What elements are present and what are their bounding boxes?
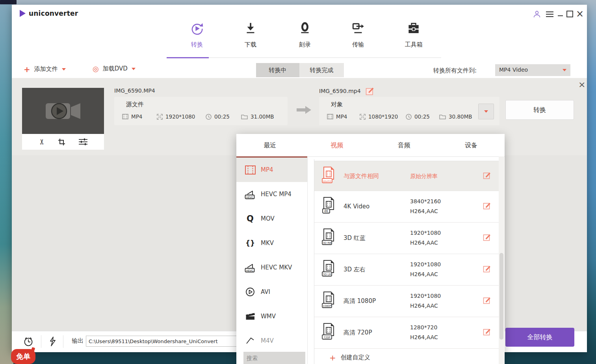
folder-icon [241, 114, 248, 119]
trim-icon[interactable]: ✂ [37, 139, 46, 145]
schedule-icon[interactable] [23, 336, 34, 347]
format-item-mp4[interactable]: MP4 [236, 158, 307, 182]
crop-icon[interactable] [58, 138, 65, 146]
format-picker-button[interactable] [478, 104, 494, 119]
format-item-hevc-mkv[interactable]: HEVC HEVC MKV [236, 255, 307, 280]
film-icon [122, 114, 128, 119]
preset-edit-icon[interactable] [483, 233, 491, 243]
preset-resolution: 原始分辨率 [410, 171, 438, 181]
tab-toolbox[interactable]: 工具箱 [395, 21, 433, 48]
divider [63, 335, 63, 348]
svg-text:HEVC: HEVC [246, 269, 253, 272]
popup-tab-recent[interactable]: 最近 [236, 134, 303, 156]
preset-resolution: 1280*720 [410, 324, 437, 331]
tab-convert[interactable]: 转换 [178, 21, 216, 48]
divider [41, 335, 41, 348]
preset-3d-anaglyph[interactable]: 3D RB 3D 红蓝 1920*1080H264,AAC [314, 222, 499, 254]
format-item-label: HEVC MP4 [261, 191, 292, 198]
load-dvd-button[interactable]: ◎ 加载DVD [93, 65, 136, 73]
preset-resolution: 1920*1080 [410, 293, 441, 299]
chevron-down-icon [62, 68, 66, 71]
preset-hd-720p[interactable]: 720P 高清 720P 1280*720H264,AAC [314, 317, 499, 349]
format-item-hevc-mp4[interactable]: HEVC HEVC MP4 [236, 182, 307, 206]
popup-tabs: 最近 视频 音频 设备 [236, 134, 505, 157]
arrow-right-icon [297, 106, 312, 114]
add-files-button[interactable]: + 添加文件 [24, 65, 66, 73]
preset-specs: 1920*1080H264,AAC [410, 260, 441, 279]
effects-icon[interactable] [79, 138, 87, 145]
download-icon [243, 21, 258, 36]
format-item-label: MP4 [261, 166, 273, 173]
minimize-icon[interactable] [558, 15, 563, 16]
add-files-label: 添加文件 [34, 65, 58, 73]
video-thumbnail[interactable] [22, 88, 104, 134]
scrollbar-thumb[interactable] [499, 253, 503, 340]
preset-4k-video[interactable]: 4K 4K Video 3840*2160H264,AAC [314, 191, 499, 223]
format-item-mkv[interactable]: {} MKV [236, 231, 307, 255]
folder-icon [439, 114, 446, 119]
chevron-down-icon [132, 68, 136, 70]
popup-tab-device[interactable]: 设备 [438, 134, 505, 156]
output-label: 输出 [72, 337, 84, 345]
convert-all-button[interactable]: 全部转换 [505, 328, 574, 347]
source-resolution: 1920*1080 [157, 113, 195, 120]
popup-tab-video[interactable]: 视频 [303, 134, 370, 156]
target-format-dropdown[interactable]: MP4 Video [495, 64, 570, 76]
preset-hd-1080p[interactable]: 1080P 高清 1080P 1920*1080H264,AAC [314, 285, 499, 317]
tab-converting[interactable]: 转换中 [256, 63, 299, 77]
format-item-avi[interactable]: AVI [236, 280, 307, 304]
tab-transfer[interactable]: 传输 [339, 21, 377, 48]
close-icon[interactable]: × [576, 8, 584, 19]
convert-all-label: 转换所有文件到: [433, 67, 477, 74]
transfer-icon [351, 21, 366, 36]
preset-name: 高清 720P [343, 329, 372, 336]
preset-1080p-icon: 1080P [321, 291, 336, 311]
popup-tab-audio[interactable]: 音频 [371, 134, 438, 156]
chevron-down-icon [563, 69, 566, 71]
format-item-label: HEVC MKV [261, 264, 292, 271]
menu-icon[interactable] [546, 11, 554, 19]
account-icon[interactable] [533, 10, 541, 20]
target-duration-value: 00:25 [414, 113, 430, 120]
source-panel-title: 源文件 [126, 101, 144, 108]
promo-badge[interactable]: 免单 [11, 349, 35, 364]
high-speed-icon[interactable] [48, 336, 57, 347]
format-item-label: AVI [261, 288, 270, 295]
format-item-wmv[interactable]: WMV [236, 304, 307, 329]
preset-same-as-source[interactable]: source 与源文件相同 原始分辨率 [314, 161, 499, 191]
svg-text:1080P: 1080P [323, 305, 331, 308]
nav-divider [209, 58, 441, 58]
popup-scrollbar[interactable] [499, 156, 504, 364]
preset-edit-icon[interactable] [483, 171, 491, 181]
target-info-panel: 对象 MP4 1080*1920 00:25 30.80MB [319, 97, 499, 125]
tab-burn[interactable]: 刻录 [286, 21, 324, 48]
format-item-mov[interactable]: Q MOV [236, 206, 307, 231]
app-title: uniconverter [29, 9, 78, 17]
preset-name: 与源文件相同 [343, 172, 379, 180]
preset-edit-icon[interactable] [483, 265, 491, 274]
preset-edit-icon[interactable] [483, 296, 491, 306]
format-item-label: WMV [261, 313, 276, 320]
clip-toolbar: ✂ [22, 134, 104, 150]
target-duration: 00:25 [406, 113, 430, 120]
preset-edit-icon[interactable] [483, 328, 491, 337]
format-item-m4v[interactable]: M4V [236, 329, 307, 353]
preset-3d-sbs[interactable]: 3D LR 3D 左右 1920*1080H264,AAC [314, 254, 499, 286]
preset-edit-icon[interactable] [483, 202, 491, 211]
preset-specs: 1280*720H264,AAC [410, 323, 438, 342]
rename-edit-icon[interactable] [366, 87, 374, 95]
source-duration: 00:25 [206, 113, 230, 120]
format-search-input[interactable] [243, 352, 305, 364]
convert-button[interactable]: 转换 [505, 100, 574, 120]
preset-name: 4K Video [343, 203, 369, 210]
maximize-icon[interactable] [566, 11, 573, 17]
tab-download[interactable]: 下载 [232, 21, 269, 48]
wmv-icon [244, 312, 256, 321]
preset-name: 3D 红蓝 [343, 234, 366, 242]
remove-file-icon[interactable]: × [578, 80, 585, 89]
tab-finished[interactable]: 转换完成 [299, 63, 344, 77]
target-size: 30.80MB [439, 113, 472, 120]
create-custom-label: 创建自定义 [341, 354, 370, 361]
format-item-label: M4V [261, 337, 274, 344]
create-custom-button[interactable]: + 创建自定义 [329, 354, 370, 361]
